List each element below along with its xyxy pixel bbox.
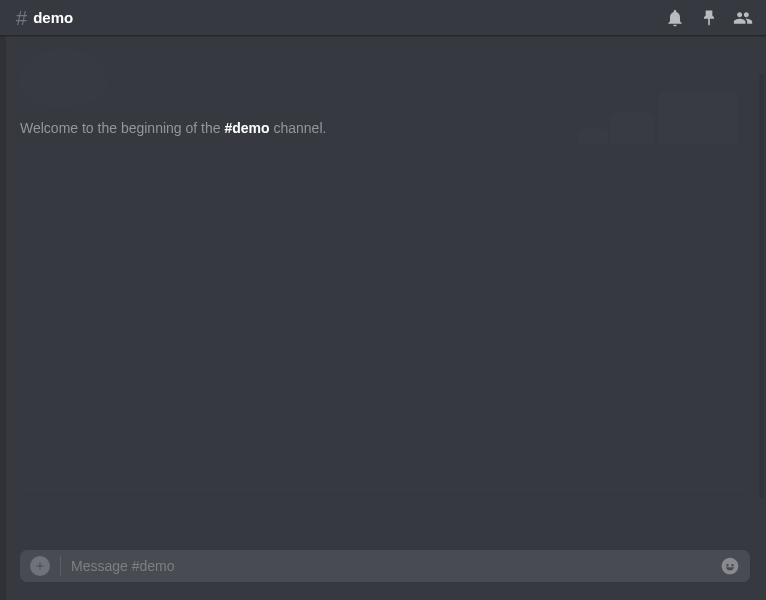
decorative-blob (18, 48, 108, 108)
separator (20, 489, 746, 490)
attach-button[interactable] (30, 556, 50, 576)
channel-name: demo (33, 9, 73, 26)
members-icon[interactable] (732, 7, 754, 29)
notifications-icon[interactable] (664, 7, 686, 29)
decorative-blob (105, 96, 160, 122)
emoji-icon[interactable] (720, 556, 740, 576)
welcome-suffix: channel. (270, 120, 327, 136)
hash-icon: # (16, 8, 27, 28)
message-input-container (0, 550, 766, 600)
message-input[interactable] (71, 558, 720, 574)
welcome-channel: #demo (224, 120, 269, 136)
scrollbar[interactable] (759, 74, 764, 498)
pin-icon[interactable] (698, 7, 720, 29)
message-input-bar (20, 550, 750, 582)
input-divider (60, 556, 61, 576)
welcome-prefix: Welcome to the beginning of the (20, 120, 224, 136)
decorative-buildings (588, 80, 738, 145)
messages-area: Welcome to the beginning of the #demo ch… (0, 36, 766, 550)
welcome-message: Welcome to the beginning of the #demo ch… (20, 120, 326, 136)
channel-header: # demo (0, 0, 766, 36)
